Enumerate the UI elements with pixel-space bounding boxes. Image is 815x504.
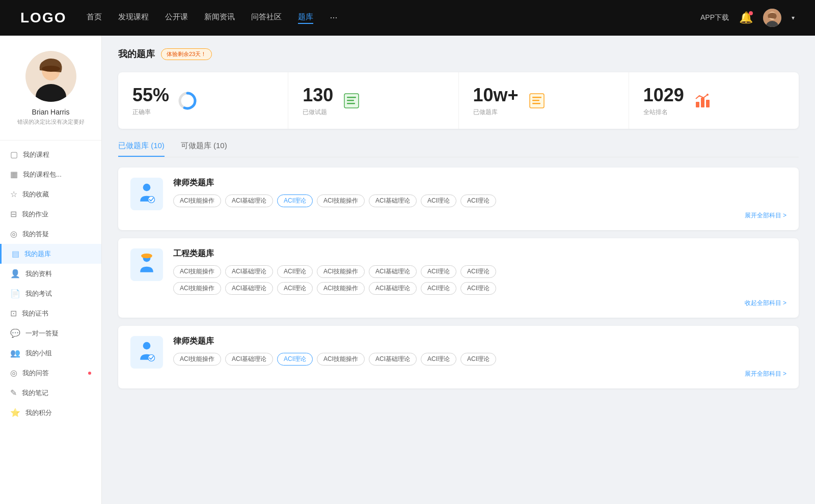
sidebar-item-points[interactable]: ⭐ 我的积分 bbox=[0, 403, 101, 423]
tag-lawyer2-5[interactable]: ACI理论 bbox=[421, 353, 456, 366]
tag-eng1-0[interactable]: ACI技能操作 bbox=[173, 265, 221, 278]
tags-row-engineer1-row2: ACI技能操作 ACI基础理论 ACI理论 ACI技能操作 ACI基础理论 AC… bbox=[173, 282, 786, 295]
tag-eng1-5[interactable]: ACI理论 bbox=[421, 265, 456, 278]
tag-lawyer2-4[interactable]: ACI基础理论 bbox=[369, 353, 417, 366]
tag-eng2-4[interactable]: ACI基础理论 bbox=[369, 282, 417, 295]
tag-lawyer1-5[interactable]: ACI理论 bbox=[421, 194, 456, 207]
tag-lawyer2-3[interactable]: ACI技能操作 bbox=[317, 353, 365, 366]
sidebar-item-my-courses[interactable]: ▢ 我的课程 bbox=[0, 145, 101, 164]
expand-link-lawyer1[interactable]: 展开全部科目 > bbox=[173, 211, 786, 220]
svg-rect-16 bbox=[532, 103, 540, 104]
sidebar-item-questions[interactable]: ◎ 我的答疑 bbox=[0, 224, 101, 244]
lawyer-icon bbox=[130, 178, 163, 210]
tab-done[interactable]: 已做题库 (10) bbox=[118, 141, 165, 157]
sidebar-item-homework[interactable]: ⊟ 我的作业 bbox=[0, 204, 101, 224]
accuracy-icon bbox=[177, 91, 198, 111]
sidebar-item-favorites[interactable]: ☆ 我的收藏 bbox=[0, 184, 101, 204]
nav-news[interactable]: 新闻资讯 bbox=[204, 12, 235, 24]
nav-discover[interactable]: 发现课程 bbox=[118, 12, 149, 24]
questionbank-icon: ▤ bbox=[12, 249, 19, 259]
qbank-header-lawyer2: 律师类题库 ACI技能操作 ACI基础理论 ACI理论 ACI技能操作 ACI基… bbox=[130, 336, 786, 378]
notification-bell[interactable]: 🔔 bbox=[739, 11, 753, 24]
qbank-header-engineer1: 工程类题库 ACI技能操作 ACI基础理论 ACI理论 ACI技能操作 ACI基… bbox=[130, 248, 786, 307]
profile-avatar-image bbox=[25, 51, 76, 102]
tag-lawyer2-2[interactable]: ACI理论 bbox=[277, 353, 313, 366]
avatar-image bbox=[763, 9, 781, 27]
tag-eng2-1[interactable]: ACI基础理论 bbox=[225, 282, 273, 295]
tag-eng1-2[interactable]: ACI理论 bbox=[277, 265, 313, 278]
profile-avatar bbox=[25, 51, 76, 102]
sidebar-item-exam[interactable]: 📄 我的考试 bbox=[0, 284, 101, 303]
tag-eng2-5[interactable]: ACI理论 bbox=[421, 282, 456, 295]
accuracy-value: 55% bbox=[132, 85, 169, 106]
donut-chart-icon bbox=[177, 91, 198, 111]
svg-point-26 bbox=[143, 342, 151, 350]
nav-home[interactable]: 首页 bbox=[87, 12, 102, 24]
tag-lawyer2-1[interactable]: ACI基础理论 bbox=[225, 353, 273, 366]
sidebar-item-notes[interactable]: ✎ 我的笔记 bbox=[0, 383, 101, 403]
qbank-content-lawyer2: 律师类题库 ACI技能操作 ACI基础理论 ACI理论 ACI技能操作 ACI基… bbox=[173, 336, 786, 378]
group-icon: 👥 bbox=[10, 348, 20, 358]
tag-lawyer1-0[interactable]: ACI技能操作 bbox=[173, 194, 221, 207]
course-package-icon: ▦ bbox=[10, 170, 18, 179]
tag-lawyer1-6[interactable]: ACI理论 bbox=[460, 194, 496, 207]
engineer-icon bbox=[130, 248, 163, 281]
trial-badge: 体验剩余23天！ bbox=[161, 48, 212, 60]
tag-eng1-6[interactable]: ACI理论 bbox=[460, 265, 496, 278]
app-download[interactable]: APP下载 bbox=[700, 13, 729, 22]
sidebar-item-certificate[interactable]: ⊡ 我的证书 bbox=[0, 303, 101, 323]
tag-eng2-0[interactable]: ACI技能操作 bbox=[173, 282, 221, 295]
tag-eng2-3[interactable]: ACI技能操作 bbox=[317, 282, 365, 295]
ranking-text: 1029 全站排名 bbox=[643, 85, 684, 117]
svg-rect-10 bbox=[347, 97, 356, 98]
points-icon: ⭐ bbox=[10, 408, 20, 417]
user-avatar[interactable] bbox=[763, 9, 781, 27]
nav-questionbank[interactable]: 题库 bbox=[298, 12, 313, 24]
sidebar-item-tutor[interactable]: 💬 一对一答疑 bbox=[0, 323, 101, 343]
sidebar-label-qa: 我的问答 bbox=[22, 369, 83, 378]
sidebar-item-group[interactable]: 👥 我的小组 bbox=[0, 343, 101, 363]
svg-rect-15 bbox=[532, 100, 539, 101]
tag-lawyer2-6[interactable]: ACI理论 bbox=[460, 353, 496, 366]
nav-openclass[interactable]: 公开课 bbox=[165, 12, 188, 24]
question-icon: ◎ bbox=[10, 229, 17, 239]
lawyer2-figure-icon bbox=[135, 341, 158, 363]
sidebar-item-course-package[interactable]: ▦ 我的课程包... bbox=[0, 164, 101, 184]
banks-done-label: 已做题库 bbox=[473, 108, 519, 117]
qbank-content-engineer1: 工程类题库 ACI技能操作 ACI基础理论 ACI理论 ACI技能操作 ACI基… bbox=[173, 248, 786, 307]
sidebar-label-group: 我的小组 bbox=[25, 349, 91, 358]
nav-more[interactable]: ··· bbox=[330, 12, 337, 24]
stat-accuracy: 55% 正确率 bbox=[118, 72, 288, 129]
tab-available[interactable]: 可做题库 (10) bbox=[181, 141, 227, 157]
tag-eng1-4[interactable]: ACI基础理论 bbox=[369, 265, 417, 278]
sidebar-item-questionbank[interactable]: ▤ 我的题库 bbox=[0, 244, 101, 264]
tag-eng2-6[interactable]: ACI理论 bbox=[460, 282, 496, 295]
tag-lawyer1-3[interactable]: ACI技能操作 bbox=[317, 194, 365, 207]
questions-done-label: 已做试题 bbox=[303, 108, 333, 117]
tags-row-lawyer2: ACI技能操作 ACI基础理论 ACI理论 ACI技能操作 ACI基础理论 AC… bbox=[173, 353, 786, 366]
collapse-link-engineer1[interactable]: 收起全部科目 > bbox=[173, 299, 786, 307]
sidebar-item-qa[interactable]: ◎ 我的问答 bbox=[0, 363, 101, 383]
tag-lawyer1-1[interactable]: ACI基础理论 bbox=[225, 194, 273, 207]
qbank-title-engineer1: 工程类题库 bbox=[173, 248, 786, 259]
tutor-icon: 💬 bbox=[10, 328, 20, 338]
svg-rect-12 bbox=[347, 103, 355, 104]
tag-lawyer1-4[interactable]: ACI基础理论 bbox=[369, 194, 417, 207]
questions-done-icon bbox=[341, 91, 362, 111]
nav-qa[interactable]: 问答社区 bbox=[251, 12, 282, 24]
user-dropdown-arrow[interactable]: ▾ bbox=[792, 14, 795, 21]
tag-eng1-3[interactable]: ACI技能操作 bbox=[317, 265, 365, 278]
sidebar-divider bbox=[0, 140, 101, 141]
profile-name: Brian Harris bbox=[32, 108, 70, 116]
lawyer-figure-icon bbox=[135, 183, 158, 205]
sidebar-item-profile[interactable]: 👤 我的资料 bbox=[0, 264, 101, 284]
tag-eng2-2[interactable]: ACI理论 bbox=[277, 282, 313, 295]
ranking-value: 1029 bbox=[643, 85, 684, 106]
sidebar-label-my-courses: 我的课程 bbox=[23, 150, 91, 159]
tag-lawyer1-2[interactable]: ACI理论 bbox=[277, 194, 313, 207]
tag-lawyer2-0[interactable]: ACI技能操作 bbox=[173, 353, 221, 366]
qbank-card-lawyer1: 律师类题库 ACI技能操作 ACI基础理论 ACI理论 ACI技能操作 ACI基… bbox=[118, 167, 799, 230]
expand-link-lawyer2[interactable]: 展开全部科目 > bbox=[173, 370, 786, 378]
tabs: 已做题库 (10) 可做题库 (10) bbox=[118, 141, 799, 157]
tag-eng1-1[interactable]: ACI基础理论 bbox=[225, 265, 273, 278]
